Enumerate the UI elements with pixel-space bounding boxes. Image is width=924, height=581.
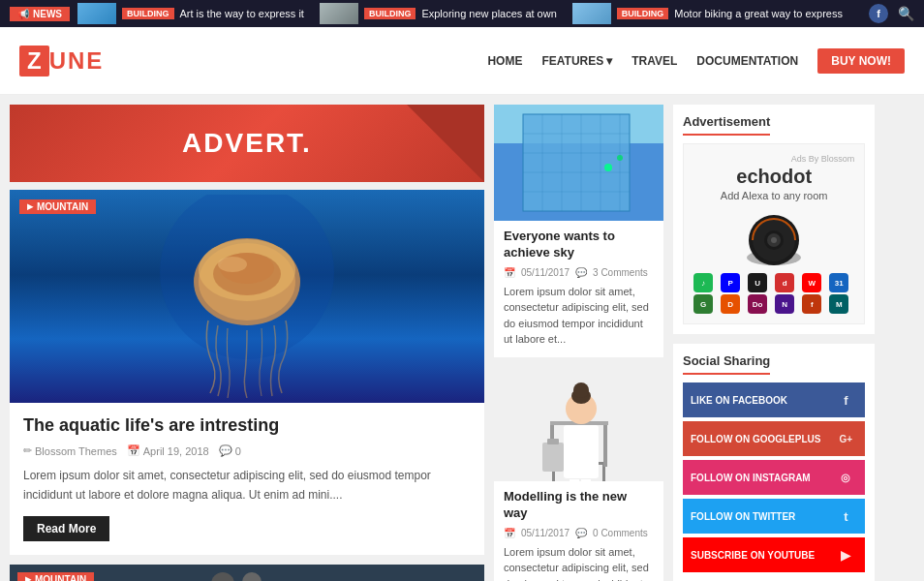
logo[interactable]: Z UNE [19, 46, 104, 76]
main-nav: HOME FEATURES ▾ TRAVEL DOCUMENTATION BUY… [487, 48, 905, 74]
comment-icon-2: 💬 [575, 528, 587, 538]
top-bar-item-2[interactable]: BUILDING Exploring new places at own [320, 3, 557, 24]
nav-buy-now[interactable]: BUY NOW! [817, 48, 905, 74]
comment-icon-1: 💬 [575, 267, 587, 278]
tb-image-3 [572, 3, 611, 24]
mid-article-2: Modelling is the new way 📅 05/11/2017 💬 … [494, 365, 663, 581]
sidebar-column: Advertisement Ads By Blossom echodot Add… [673, 105, 875, 581]
svg-rect-41 [547, 439, 559, 444]
facebook-button[interactable]: LIKE ON FACEBOOK f [683, 382, 865, 417]
mid-article-2-svg [494, 365, 663, 481]
search-top-icon[interactable]: 🔍 [898, 6, 914, 21]
svg-rect-16 [523, 114, 630, 211]
echo-dot-svg [745, 209, 803, 267]
echo-tagline: Add Alexa to any room [721, 190, 828, 201]
facebook-label: LIKE ON FACEBOOK [691, 395, 787, 406]
featured-comments: 💬 0 [219, 444, 241, 457]
mid-article-1-excerpt: Lorem ipsum dolor sit amet, consectetur … [504, 284, 654, 348]
featured-title[interactable]: The aquatic life's are intresting [23, 414, 471, 437]
app-icon-m: M [829, 294, 848, 314]
top-bar: 📢 NEWS BUILDING Art is the way to expres… [0, 0, 924, 27]
building-badge-2: BUILDING [364, 8, 416, 19]
instagram-button[interactable]: FOLLOW ON INSTAGRAM ◎ [683, 460, 865, 495]
featured-card: MOUNTAIN The aquatic life's are intresti… [10, 190, 484, 555]
featured-date: 📅 April 19, 2018 [127, 444, 209, 457]
app-icon-p: P [721, 273, 740, 292]
social-sharing-section: Social Sharing LIKE ON FACEBOOK f FOLLOW… [673, 344, 875, 581]
calendar-icon-1: 📅 [504, 267, 515, 278]
googleplus-icon: G+ [834, 427, 857, 450]
top-bar-items: BUILDING Art is the way to express it BU… [77, 3, 869, 24]
chevron-down-icon: ▾ [606, 54, 612, 68]
app-icon-dish: d [775, 273, 794, 292]
mid-article-2-image[interactable] [494, 365, 663, 481]
featured-meta: ✏ Blossom Themes 📅 April 19, 2018 💬 0 [23, 444, 471, 457]
nav-features[interactable]: FEATURES ▾ [541, 54, 612, 68]
featured-image-bg [10, 190, 484, 403]
svg-rect-40 [542, 443, 564, 472]
top-bar-right: f 🔍 [869, 4, 914, 23]
logo-une: UNE [49, 47, 105, 75]
svg-rect-43 [581, 479, 591, 481]
facebook-top-icon[interactable]: f [869, 4, 888, 23]
building-badge-3: BUILDING [617, 8, 669, 19]
twitter-button[interactable]: FOLLOW ON TWITTER t [683, 499, 865, 534]
news-label: NEWS [33, 9, 62, 19]
instagram-label: FOLLOW ON INSTAGRAM [691, 473, 811, 483]
mid-article-2-title[interactable]: Modelling is the new way [504, 489, 654, 522]
svg-point-53 [771, 237, 777, 243]
app-icon-do: Do [748, 294, 767, 314]
app-icon-spotify: ♪ [693, 273, 713, 292]
mid-article-2-meta: 📅 05/11/2017 💬 0 Comments [504, 528, 654, 538]
app-icon-n: N [775, 294, 794, 314]
nav-documentation[interactable]: DOCUMENTATION [696, 54, 798, 68]
top-bar-text-3: Motor biking a great way to express [674, 8, 843, 19]
facebook-icon: f [834, 388, 857, 412]
advert-banner[interactable]: ADVERT. [10, 105, 484, 182]
top-bar-text-2: Exploring new places at own [421, 8, 556, 19]
megaphone-icon: 📢 [17, 9, 29, 19]
bottom-card[interactable]: ATH MOUNTAIN [10, 565, 484, 581]
app-icon-we: W [802, 273, 821, 292]
building-badge-1: BUILDING [122, 8, 174, 19]
app-icon-f: f [802, 294, 821, 314]
svg-rect-39 [564, 425, 599, 478]
top-bar-item-3[interactable]: BUILDING Motor biking a great way to exp… [572, 3, 843, 24]
googleplus-label: FOLLOW ON GOOGLEPLUS [691, 434, 820, 444]
instagram-icon: ◎ [834, 466, 857, 489]
googleplus-button[interactable]: FOLLOW ON GOOGLEPLUS G+ [683, 421, 865, 456]
ad-section-title: Advertisement [683, 114, 770, 136]
echo-brand: echodot [736, 166, 812, 188]
svg-rect-42 [570, 479, 579, 481]
twitter-icon: t [834, 505, 857, 528]
youtube-icon: ▶ [834, 543, 857, 566]
social-title: Social Sharing [683, 353, 770, 375]
read-more-button[interactable]: Read More [23, 516, 109, 541]
content-column: ADVERT. [10, 105, 484, 581]
comment-icon: 💬 [219, 444, 232, 457]
app-icon-uber: U [748, 273, 767, 292]
mid-article-1-title[interactable]: Everyone wants to achieve sky [504, 229, 654, 261]
jellyfish-illustration [150, 195, 344, 398]
mid-article-2-body: Modelling is the new way 📅 05/11/2017 💬 … [494, 481, 663, 581]
featured-image[interactable]: MOUNTAIN [10, 190, 484, 403]
nav-travel[interactable]: TRAVEL [631, 54, 677, 68]
svg-point-38 [573, 382, 589, 398]
advertisement-section: Advertisement Ads By Blossom echodot Add… [673, 105, 875, 334]
youtube-button[interactable]: SUBSCRIBE ON YOUTUBE ▶ [683, 537, 865, 572]
mid-article-1-body: Everyone wants to achieve sky 📅 05/11/20… [494, 221, 663, 357]
nav-home[interactable]: HOME [487, 54, 522, 68]
svg-point-6 [218, 257, 247, 272]
app-icons-grid: ♪ P U d W 31 G D Do N f M [693, 273, 854, 314]
svg-point-28 [617, 155, 623, 161]
mid-article-1-image[interactable] [494, 105, 663, 221]
featured-body: The aquatic life's are intresting ✏ Blos… [10, 403, 484, 555]
top-bar-text-1: Art is the way to express it [180, 8, 304, 19]
featured-author: ✏ Blossom Themes [23, 444, 117, 457]
top-bar-item-1[interactable]: BUILDING Art is the way to express it [77, 3, 304, 24]
mid-article-1-svg [494, 105, 663, 221]
pen-icon: ✏ [23, 444, 32, 457]
svg-rect-34 [603, 423, 607, 467]
advert-decoration [407, 105, 484, 182]
tb-image-2 [320, 3, 358, 24]
